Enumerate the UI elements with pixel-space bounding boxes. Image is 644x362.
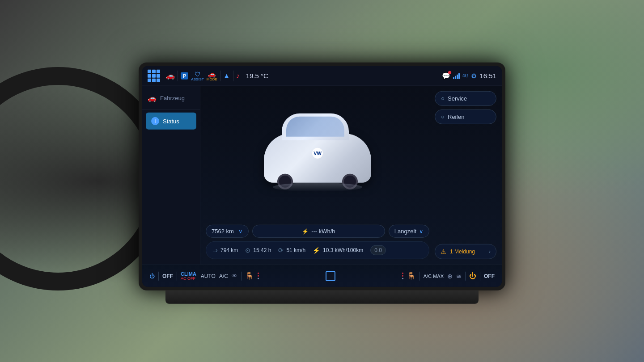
rdot3: [402, 278, 403, 279]
efficiency-icon: ⚡: [313, 247, 320, 254]
vent-icon[interactable]: ≋: [456, 272, 462, 279]
stats-row-1: 7562 km ∨ ⚡ --- kWh/h Langzeit ∨: [206, 225, 429, 238]
temp-dots-right: [402, 273, 403, 279]
settings-icon[interactable]: ⚙: [471, 72, 477, 80]
notification-badge: [448, 71, 451, 74]
seat-heat-left-icon[interactable]: 🪑: [245, 272, 254, 280]
car-body: VW: [264, 133, 371, 182]
nav-icon[interactable]: ▲: [223, 72, 230, 80]
status-bar: 🚗 P 🛡 ASSIST 🚗 MODE: [142, 66, 502, 86]
warning-button[interactable]: ⚠ 1 Meldung ›: [435, 244, 496, 259]
warning-label: 1 Meldung: [450, 248, 475, 255]
climate-off-label: OFF: [162, 273, 173, 279]
screen-wrapper: 🚗 P 🛡 ASSIST 🚗 MODE: [139, 63, 505, 290]
off-right-label: OFF: [484, 273, 495, 279]
energy-value: --- kWh/h: [311, 228, 335, 235]
warning-icon: ⚠: [441, 248, 446, 255]
km-value: 7562 km: [212, 228, 234, 235]
rdot2: [402, 275, 403, 277]
vehicle-icon: 🚗: [148, 94, 157, 102]
dot1: [258, 273, 259, 274]
vw-logo: VW: [312, 147, 323, 158]
sidebar: 🚗 Fahrzeug i Status: [142, 86, 200, 265]
sidebar-fahrzeug: 🚗 Fahrzeug: [142, 90, 200, 110]
ac-label: A/C: [219, 273, 228, 279]
signal-label: 4G: [462, 73, 468, 78]
power-right-icon[interactable]: ⏻: [469, 272, 476, 280]
fan-icon[interactable]: ⊕: [447, 272, 453, 279]
center-screen-button[interactable]: [326, 271, 335, 281]
screen: 🚗 P 🛡 ASSIST 🚗 MODE: [142, 66, 502, 287]
climate-bar: ⏻ OFF CLIMA AC OFF AUTO A/C 👁 🪑: [142, 265, 502, 287]
auto-label: AUTO: [201, 273, 216, 279]
center-content: VW 7562 km ∨ ⚡ --- kWh/h: [200, 86, 435, 265]
mode-icon[interactable]: 🚗 MODE: [207, 70, 217, 81]
mode-label: MODE: [207, 77, 217, 81]
service-label: Service: [448, 95, 467, 102]
km-chevron: ∨: [238, 228, 243, 235]
power-left-icon[interactable]: ⏻: [149, 273, 155, 279]
reifen-dot: [441, 115, 444, 118]
trip-efficiency: 10.3 kWh/100km: [323, 247, 363, 253]
car-display: VW: [206, 91, 429, 225]
clock-icon: ⊙: [245, 247, 250, 254]
status-bar-left: 🚗 P 🛡 ASSIST 🚗 MODE: [148, 69, 438, 82]
mode-pill[interactable]: Langzeit ∨: [389, 225, 429, 238]
sidebar-item-status[interactable]: i Status: [146, 113, 196, 130]
trip-km-stat: ⇒ 794 km: [212, 247, 238, 254]
parking-icon[interactable]: P: [181, 72, 188, 79]
trip-efficiency-stat: ⚡ 10.3 kWh/100km: [313, 247, 363, 254]
clima-label: CLIMA: [181, 271, 196, 276]
screen-square-icon: [326, 271, 335, 281]
climate-div-2: [241, 271, 242, 280]
trip-speed-stat: ⟳ 51 km/h: [278, 247, 305, 254]
climate-div-3: [419, 271, 420, 280]
notification-icon[interactable]: 💬: [442, 72, 450, 80]
km-pill[interactable]: 7562 km ∨: [206, 225, 249, 238]
mode-chevron: ∨: [419, 228, 424, 235]
divider-2: [178, 70, 178, 81]
trip-speed: 51 km/h: [286, 247, 305, 253]
info-icon: i: [151, 117, 159, 125]
defrost-icon[interactable]: 👁: [232, 273, 237, 279]
route-icon: ⇒: [212, 247, 218, 254]
battery-icon: ⚡: [302, 228, 309, 234]
car-icon[interactable]: 🚗: [166, 72, 175, 80]
music-icon[interactable]: ♪: [236, 72, 240, 80]
climate-div-0: [158, 271, 159, 280]
status-label: Status: [163, 118, 179, 124]
service-button[interactable]: Service: [435, 91, 496, 106]
car-image: VW: [259, 124, 376, 191]
car-reflection: [273, 182, 362, 191]
acmax-label: A/C MAX: [424, 273, 444, 278]
status-bar-right: 💬 4G ⚙ 16:51: [442, 72, 496, 80]
clima-group: CLIMA AC OFF: [181, 271, 196, 280]
temp-dots-left: [258, 273, 259, 279]
main-content: 🚗 Fahrzeug i Status: [142, 86, 502, 265]
assist-icon[interactable]: 🛡 ASSIST: [191, 70, 203, 81]
climate-div-5: [480, 271, 480, 280]
trip-time-stat: ⊙ 15:42 h: [245, 247, 271, 254]
dot2: [258, 275, 259, 277]
seat-heat-right-icon[interactable]: 🪑: [407, 272, 416, 280]
climate-div-4: [465, 271, 466, 280]
screen-bezel: 🚗 P 🛡 ASSIST 🚗 MODE: [139, 63, 505, 290]
climate-div-1: [177, 271, 177, 280]
rdot1: [402, 273, 403, 274]
screen-mount: [165, 290, 479, 304]
temperature-display: 19.5 °C: [246, 72, 268, 80]
energy-pill: ⚡ --- kWh/h: [252, 225, 385, 238]
right-panel: Service Reifen ⚠ 1 Meldung ›: [435, 86, 502, 265]
reifen-button[interactable]: Reifen: [435, 109, 496, 124]
reifen-label: Reifen: [448, 114, 465, 120]
signal-icon: [453, 72, 460, 79]
apps-icon[interactable]: [148, 69, 160, 82]
trip-stats: ⇒ 794 km ⊙ 15:42 h ⟳ 51 km/h ⚡: [206, 241, 429, 259]
trip-km: 794 km: [220, 247, 238, 253]
car-window: [286, 116, 344, 136]
dot3: [258, 278, 259, 279]
divider-3: [220, 70, 220, 81]
mode-value: Langzeit: [394, 228, 416, 235]
warning-chevron: ›: [489, 248, 491, 255]
speed-icon: ⟳: [278, 247, 284, 254]
